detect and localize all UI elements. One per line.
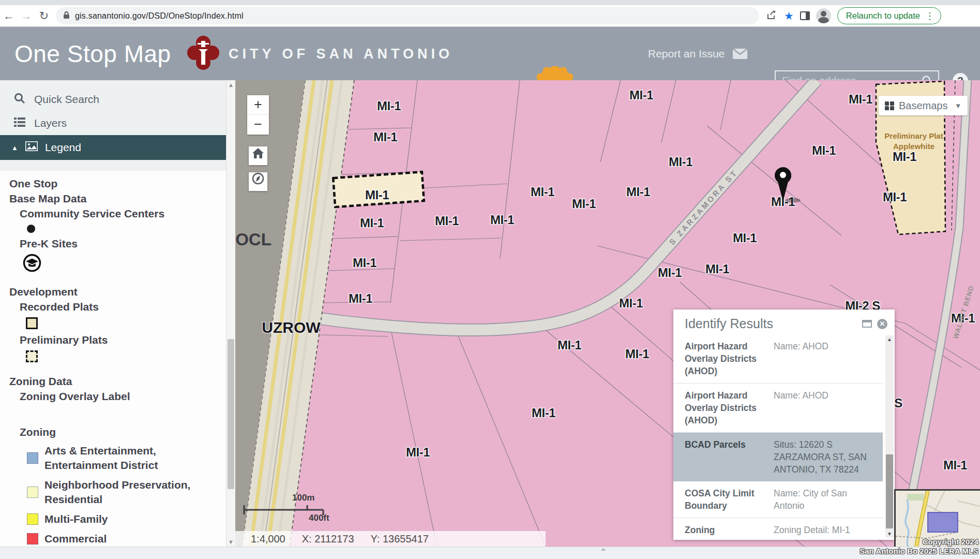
maximize-icon[interactable] [862,320,872,328]
legend-entry-label: Commercial [44,532,107,546]
identify-value: Zoning Detail: MI-1 [774,524,879,536]
identify-scrollbar[interactable]: ▲ ▼ [885,335,894,538]
bookmark-star-icon[interactable]: ★ [784,10,794,22]
plat-label-line1: Preliminary Plat [884,131,943,140]
uzrow-zone-label: UZROW [262,319,320,336]
identify-results-panel: Identify Results ✕ Airport Hazard Overla… [673,310,895,540]
scroll-down-icon[interactable]: ▼ [227,539,235,545]
zoning-label: MI-1 [893,150,916,164]
identify-layer-name: BCAD Parcels [685,438,774,476]
legend-zoning-entry: Arts & Entertainment,Entertainment Distr… [0,444,226,473]
layers-label: Layers [34,117,67,129]
sidebar-item-layers[interactable]: Layers [0,111,226,135]
identify-result-row[interactable]: ZoningZoning Detail: MI-1 [673,518,883,540]
legend-layer: Community Service Centers [0,206,226,221]
identify-layer-name: Airport Hazard Overlay Districts (AHOD) [685,340,774,377]
legend-color-swatch [27,452,38,464]
legend-group: Base Map Data [0,191,226,206]
attribution-line2: San Antonio Bo 2025 LERA MLS [860,547,978,556]
plat-label-line2: Applewhite [893,142,934,151]
legend-color-swatch [27,513,38,525]
map-statusbar: 1:4,000 X: 2112173 Y: 13655417 [235,531,546,547]
identify-value: Situs: 12620 S ZARZAMORA ST, SAN ANTONIO… [774,438,879,476]
search-icon [13,93,26,107]
scale-imperial-label: 400ft [309,513,329,523]
zoning-label: MI-1 [532,406,555,420]
attribution-line1: Copyright 2024 [860,537,978,547]
identify-layer-name: Airport Hazard Overlay Districts (AHOD) [685,389,774,426]
share-icon[interactable] [766,10,778,22]
identify-titlebar: Identify Results ✕ [673,310,895,335]
sidebar-item-quick-search[interactable]: Quick Search [0,87,226,111]
scroll-up-icon[interactable]: ▲ [885,336,894,342]
zoning-label: MI-1 [626,185,650,199]
community-service-centers-symbol [27,225,35,233]
zoning-label: MI-1 [619,296,643,311]
profile-avatar[interactable] [816,8,831,23]
sidebar-scrollbar[interactable]: ▲ ▼ [226,80,235,547]
side-panel-icon[interactable] [800,11,810,20]
report-issue-label: Report an Issue [648,48,725,60]
scroll-down-icon[interactable]: ▼ [885,531,894,537]
zoning-label: MI-1 [557,338,581,352]
zoning-legend-list: Arts & Entertainment,Entertainment Distr… [0,444,226,547]
browser-menu-icon[interactable]: ⋮ [925,10,934,22]
legend-entry-label: Neighborhood Preservation,Residential [44,478,190,507]
identify-layer-name: COSA City Limit Boundary [685,487,774,512]
zoning-label: MI-1 [733,231,757,245]
basemaps-button[interactable]: Basemaps ▼ [879,96,968,115]
app-title: One Stop Map [14,40,171,68]
identify-result-row[interactable]: Airport Hazard Overlay Districts (AHOD)N… [673,334,883,383]
zoning-label: MI-1 [849,92,872,107]
identify-result-row[interactable]: Airport Hazard Overlay Districts (AHOD)N… [673,383,883,432]
identify-result-row[interactable]: COSA City Limit BoundaryName: City of Sa… [673,481,883,518]
zoning-label: MI-1 [572,197,596,211]
scale-ratio: 1:4,000 [251,533,285,545]
relaunch-label: Relaunch to update [846,11,920,21]
zoom-out-button[interactable]: − [247,115,269,135]
identify-result-row[interactable]: BCAD ParcelsSitus: 12620 S ZARZAMORA ST,… [673,432,883,481]
coordinate-x: X: 2112173 [302,533,354,545]
scrollbar-thumb[interactable] [228,339,234,489]
close-icon[interactable]: ✕ [877,319,887,329]
scroll-up-icon[interactable]: ▲ [227,82,235,88]
scale-metric-label: 100m [292,493,314,503]
zoning-label: MI-1 [353,256,376,270]
expand-attribute-table-icon[interactable]: ⌃ [600,547,607,557]
extent-indicator[interactable] [928,512,958,532]
identify-value: Name: City of San Antonio [774,487,879,512]
app-header: One Stop Map CITY OF SAN ANTONIO NEW Rep… [0,27,980,80]
compass-button[interactable] [249,172,267,191]
legend-panel: One Stop Base Map Data Community Service… [0,171,226,547]
reload-icon[interactable]: ↻ [35,9,53,23]
zoning-label: MI-1 [373,130,397,144]
back-icon[interactable]: ← [0,9,18,23]
quick-search-label: Quick Search [34,93,99,106]
address-bar[interactable]: gis.sanantonio.gov/DSD/OneStop/Index.htm… [56,7,759,24]
pre-k-sites-symbol [23,254,226,275]
forward-icon[interactable]: → [18,9,35,23]
chevron-down-icon: ▼ [955,102,961,110]
report-an-issue-link[interactable]: Report an Issue [648,48,747,60]
browser-chrome: ← → ↻ gis.sanantonio.gov/DSD/OneStop/Ind… [0,0,980,27]
legend-color-swatch [27,487,38,498]
sidebar-item-legend[interactable]: ▲ Legend [0,135,226,160]
org-name: CITY OF SAN ANTONIO [229,46,453,62]
relaunch-button[interactable]: Relaunch to update ⋮ [837,7,941,24]
map-canvas[interactable]: MI-1MI-1MI-1MI-1MI-1MI-1MI-1MI-1MI-1MI-1… [235,80,980,547]
zoning-label: MI-1 [360,216,384,230]
recorded-plats-symbol [26,317,38,329]
layers-list-icon [13,117,26,130]
url-text: gis.sanantonio.gov/DSD/OneStop/Index.htm… [75,11,244,21]
sidebar: Quick Search Layers ▲ Legend One Stop Ba… [0,80,235,547]
zoning-label: MI-1 [629,88,653,102]
lock-icon [63,11,70,21]
zoom-in-button[interactable]: + [247,95,269,115]
legend-layer: Recorded Plats [0,299,226,314]
legend-layer: Zoning Overlay Label [0,389,226,404]
zoning-label: MI-1 [658,266,682,280]
scrollbar-thumb[interactable] [886,454,893,528]
home-extent-button[interactable] [249,146,267,165]
coordinate-y: Y: 13655417 [371,533,429,545]
legend-zoning-entry: Commercial [0,532,226,546]
